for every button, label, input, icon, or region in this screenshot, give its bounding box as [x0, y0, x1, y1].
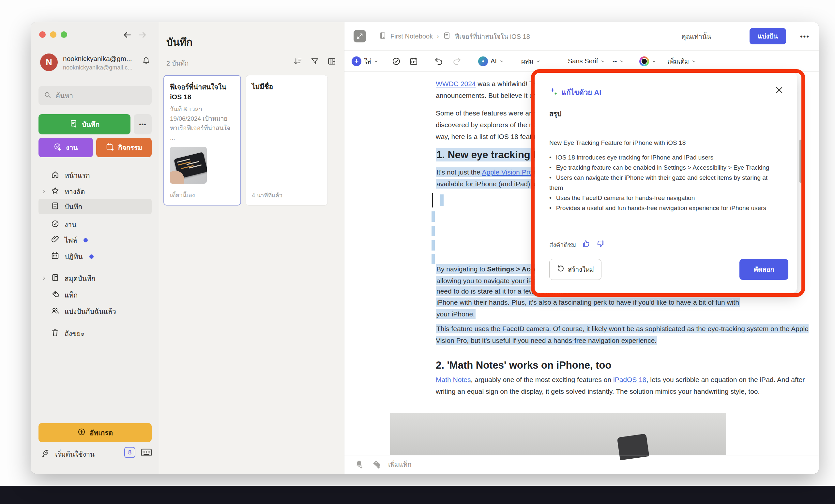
calendar-button[interactable] — [409, 51, 418, 72]
check-circle-icon — [392, 57, 401, 66]
breadcrumb-note[interactable]: ฟีเจอร์ที่น่าสนใจใน iOS 18 — [455, 31, 530, 42]
link-math-notes[interactable]: Math Notes — [436, 376, 471, 383]
link-wwdc[interactable]: WWDC 2024 — [436, 80, 476, 87]
window-close-button[interactable] — [39, 31, 46, 38]
sidebar-item-tags[interactable]: แท็ก — [39, 287, 152, 303]
sidebar-item-trash[interactable]: ถังขยะ — [39, 326, 152, 341]
sidebar-item-label: แท็ก — [65, 290, 78, 300]
sidebar-item-notebooks[interactable]: สมุดบันทึก — [39, 270, 152, 286]
expand-icon[interactable] — [353, 30, 366, 42]
regenerate-button[interactable]: สร้างใหม่ — [549, 259, 602, 280]
ai-result-bullet: Eye tracking feature can be enabled in S… — [549, 162, 778, 173]
ai-label: AI — [491, 57, 497, 65]
sidebar-more-button[interactable]: ••• — [134, 114, 152, 135]
link-ipados-18[interactable]: iPadOS 18 — [613, 376, 647, 383]
breadcrumb-notebook[interactable]: First Notebook — [390, 33, 433, 40]
regenerate-label: สร้างใหม่ — [568, 264, 594, 275]
body-text: your iPhone. — [436, 309, 475, 319]
breadcrumb: First Notebook › ฟีเจอร์ที่น่าสนใจใน iOS… — [379, 22, 530, 51]
panel-title: บันทึก — [166, 34, 192, 50]
new-event-button[interactable]: กิจกรรม — [96, 138, 152, 157]
star-icon — [51, 187, 59, 197]
more-formatting-dropdown[interactable]: เพิ่มเติม — [667, 51, 696, 72]
new-task-button[interactable]: งาน — [39, 138, 93, 157]
sidebar: N nooknickyanika@gm... nooknickyanika@gm… — [31, 22, 159, 473]
selection-mark — [440, 195, 444, 206]
layout-grid-icon[interactable] — [327, 57, 336, 67]
thumbs-up-icon[interactable] — [582, 239, 590, 249]
sidebar-item-shared-with-me[interactable]: แบ่งปันกับฉันแล้ว — [39, 303, 152, 319]
add-tag-label[interactable]: เพิ่มแท็ก — [388, 459, 411, 470]
chevron-right-icon[interactable] — [42, 187, 46, 196]
keyboard-icon[interactable] — [141, 447, 152, 459]
reminder-add-icon[interactable] — [354, 459, 364, 470]
todo-button[interactable] — [392, 51, 401, 72]
getting-started-label: เริ่มต้นใช้งาน — [55, 449, 95, 460]
font-size-dropdown[interactable]: -- — [613, 51, 624, 72]
tag-add-icon[interactable] — [371, 459, 381, 470]
account-email: nooknickyanika@gmail.c... — [63, 64, 133, 71]
window-zoom-button[interactable] — [61, 31, 67, 38]
bell-icon[interactable] — [141, 56, 151, 66]
editor-footer: เพิ่มแท็ก — [344, 455, 819, 473]
note-card-selected[interactable]: ฟีเจอร์ที่น่าสนใจใน iOS 18 วันที่ & เวลา… — [163, 75, 241, 205]
sidebar-item-home[interactable]: หน้าแรก — [39, 167, 152, 183]
note-card-time: 4 นาทีที่แล้ว — [252, 190, 283, 200]
insert-button[interactable]: + ใส่ — [352, 51, 378, 72]
home-icon — [51, 170, 59, 180]
sidebar-item-files[interactable]: ไฟล์ — [39, 232, 152, 248]
copy-button[interactable]: คัดลอก — [739, 259, 788, 280]
search-input[interactable]: ค้นหา — [39, 86, 152, 105]
sidebar-item-notes[interactable]: บันทึก — [39, 199, 152, 214]
chevron-right-icon[interactable] — [42, 274, 46, 282]
redo-button[interactable] — [452, 51, 461, 72]
undo-button[interactable] — [434, 51, 444, 72]
notification-dot — [83, 238, 88, 242]
editor-scrollbar-thumb[interactable] — [799, 140, 802, 183]
notes-list-panel: บันทึก 2 บันทึก ฟีเจอร์ที่น่าสนใจใน iOS … — [159, 22, 344, 473]
ai-button[interactable]: AI — [478, 51, 504, 72]
undo-icon — [434, 57, 444, 66]
link-apple-vision-pro[interactable]: Apple Vision Pro — [482, 168, 532, 176]
body-text: , arguably one of the most exciting feat… — [471, 376, 613, 383]
window-minimize-button[interactable] — [50, 31, 57, 38]
chevron-down-icon — [600, 59, 605, 64]
back-arrow-icon[interactable] — [122, 30, 132, 41]
paperclip-icon — [51, 235, 59, 245]
note-icon — [51, 202, 59, 212]
avatar[interactable]: N — [40, 54, 58, 71]
ai-result-bullet: iOS 18 introduces eye tracking for iPhon… — [549, 152, 778, 162]
note-card-preview-line: วันที่ & เวลา — [170, 104, 235, 114]
upgrade-button[interactable]: อัพเกรด — [39, 423, 152, 442]
ai-dialog-title: แก้ไขด้วย AI — [562, 87, 601, 98]
sort-icon[interactable] — [293, 57, 302, 67]
account-name[interactable]: nooknickyanika@gm... — [63, 55, 132, 63]
share-button[interactable]: แบ่งปัน — [750, 28, 786, 44]
body-text: By navigating to — [436, 265, 487, 273]
badge-number: 8 — [128, 449, 132, 456]
ai-result-bullet: Users can navigate their iPhone with the… — [549, 173, 778, 193]
text-color-dropdown[interactable] — [639, 51, 656, 72]
ai-sparkle-icon — [478, 57, 488, 66]
font-family-dropdown[interactable]: Sans Serif — [568, 51, 605, 72]
sidebar-item-tasks[interactable]: งาน — [39, 217, 152, 232]
forward-arrow-icon[interactable] — [138, 30, 147, 41]
ai-result-bullet: Uses the FaceID camera for hands-free na… — [549, 193, 778, 203]
refresh-icon — [557, 265, 565, 274]
close-icon[interactable] — [775, 85, 784, 96]
thumbs-down-icon[interactable] — [596, 239, 605, 249]
paragraph-style-dropdown[interactable]: ผสม — [521, 51, 541, 72]
filter-icon[interactable] — [310, 57, 319, 67]
avatar-initial: N — [46, 57, 52, 67]
new-note-button[interactable]: บันทึก — [39, 114, 130, 135]
new-note-label: บันทึก — [82, 119, 100, 130]
editor-more-button[interactable]: ••• — [800, 22, 810, 51]
more-formatting-label: เพิ่มเติม — [667, 56, 689, 66]
getting-started[interactable]: เริ่มต้นใช้งาน — [41, 449, 95, 460]
sidebar-item-calendar[interactable]: ปฏิทิน — [39, 248, 152, 264]
notification-dot — [89, 255, 94, 259]
paragraph-style-value: ผสม — [521, 56, 533, 66]
note-thumbnail-image — [170, 147, 207, 184]
sidebar-item-shortcuts[interactable]: ทางลัด — [39, 184, 152, 199]
note-card[interactable]: ไม่มีชื่อ 4 นาทีที่แล้ว — [246, 75, 328, 205]
